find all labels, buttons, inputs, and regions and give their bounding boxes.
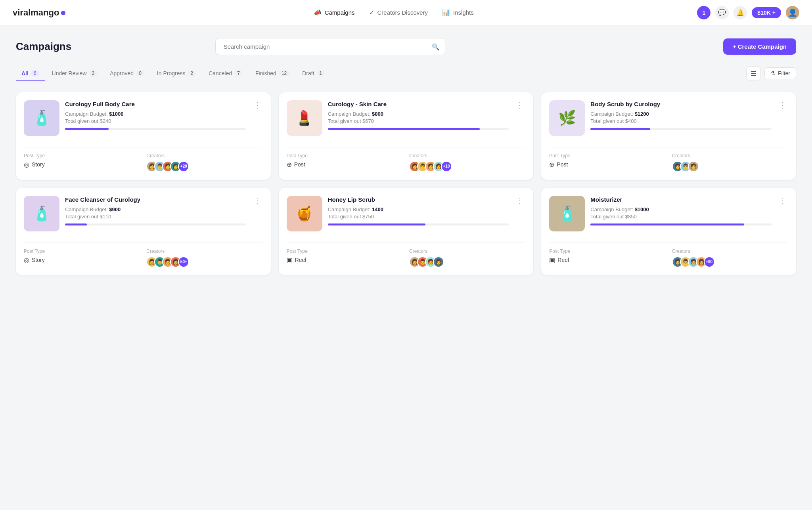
- creator-extra-count: +10: [441, 161, 452, 172]
- nav-insights-label: Insights: [453, 9, 474, 16]
- create-campaign-label: + Create Campaign: [733, 43, 787, 50]
- tab-finished[interactable]: Finished 12: [250, 66, 295, 81]
- card-more-button[interactable]: ⋮: [252, 196, 263, 205]
- card-divider: [24, 243, 263, 243]
- post-type-value: ⊕ Post: [287, 161, 403, 168]
- tab-canceled-label: Canceled: [209, 70, 232, 76]
- campaign-image: 🍯: [287, 196, 322, 231]
- creator-avatars: 👩👨🧑👩: [409, 256, 525, 267]
- nav-links: 📣 Campaigns ✓ Creators Discovery 📊 Insig…: [90, 7, 697, 18]
- megaphone-icon: 📣: [314, 9, 322, 16]
- notification-count-badge[interactable]: 1: [697, 6, 710, 19]
- search-bar: 🔍: [215, 38, 445, 55]
- creators-meta: Creators 👩👨🧑👩: [409, 248, 525, 267]
- creator-avatar: 👩: [433, 256, 444, 267]
- progress-fill: [65, 223, 87, 225]
- campaign-card[interactable]: 🌿 Body Scrub by Curology Campaign Budget…: [541, 92, 796, 180]
- creator-avatars: 👩👨🧑👩+10: [409, 161, 525, 172]
- post-type-icon: ⊕: [287, 161, 292, 168]
- campaign-budget: Campaign Budget: $800: [328, 111, 509, 117]
- campaign-card[interactable]: 🧴 Curology Full Body Care Campaign Budge…: [16, 92, 271, 180]
- tab-approved-count: 0: [136, 70, 144, 76]
- tab-actions: ☰ ⚗ Filter: [746, 66, 796, 80]
- creators-meta: Creators 👩👨🧑👩+90: [672, 248, 788, 267]
- list-view-button[interactable]: ☰: [746, 66, 760, 80]
- tab-canceled[interactable]: Canceled 7: [203, 66, 248, 81]
- post-type-value: ▣ Reel: [287, 256, 403, 264]
- tab-approved-label: Approved: [110, 70, 134, 76]
- list-icon: ☰: [751, 70, 756, 77]
- tab-under-review[interactable]: Under Review 2: [46, 66, 103, 81]
- card-divider: [549, 147, 788, 147]
- campaign-card[interactable]: 🍯 Honey Lip Scrub Campaign Budget: 1400 …: [279, 188, 534, 275]
- search-input[interactable]: [215, 38, 445, 55]
- tab-all[interactable]: All 6: [16, 66, 45, 81]
- logo-text: viralmango: [13, 8, 59, 18]
- campaign-image: 🌿: [549, 100, 585, 136]
- campaign-title: Moisturizer: [590, 196, 772, 204]
- progress-track: [328, 223, 509, 225]
- card-info: Moisturizer Campaign Budget: $1000 Total…: [590, 196, 772, 226]
- campaign-title: Honey Lip Scrub: [328, 196, 509, 204]
- user-avatar[interactable]: 👤: [786, 6, 799, 19]
- bell-icon-button[interactable]: 🔔: [733, 6, 747, 19]
- post-type-meta: Post Type ◎ Story: [24, 153, 140, 172]
- post-type-label: Post Type: [24, 153, 140, 159]
- progress-track: [65, 223, 246, 225]
- balance-amount: $10K: [757, 10, 770, 16]
- creators-meta: Creators 👩👨🧑: [672, 153, 788, 172]
- creators-label: Creators: [146, 153, 262, 159]
- nav-insights[interactable]: 📊 Insights: [442, 7, 474, 18]
- card-bottom: Post Type ◎ Story Creators 👩👨🧑👩+20: [24, 153, 263, 172]
- tabs-row: All 6 Under Review 2 Approved 0 In Progr…: [16, 66, 796, 81]
- chat-icon: 💬: [718, 9, 726, 16]
- tab-finished-count: 12: [279, 70, 289, 76]
- nav-creators-label: Creators Discovery: [377, 9, 428, 16]
- campaign-card[interactable]: 💄 Curology - Skin Care Campaign Budget: …: [279, 92, 534, 180]
- tab-draft[interactable]: Draft 1: [297, 66, 330, 81]
- card-more-button[interactable]: ⋮: [777, 100, 788, 110]
- card-bottom: Post Type ⊕ Post Creators 👩👨🧑👩+10: [287, 153, 526, 172]
- page-content: Campaigns 🔍 + Create Campaign All 6 Unde…: [0, 25, 812, 288]
- creator-avatars: 👩👨🧑: [672, 161, 788, 172]
- progress-fill: [65, 128, 109, 130]
- balance-plus-icon: +: [772, 10, 776, 16]
- search-icon: 🔍: [432, 43, 440, 50]
- campaign-image: 🧴: [24, 100, 59, 136]
- campaign-title: Curology - Skin Care: [328, 100, 509, 108]
- card-divider: [24, 147, 263, 147]
- post-type-meta: Post Type ▣ Reel: [287, 248, 403, 267]
- campaign-card[interactable]: 🧴 Moisturizer Campaign Budget: $1000 Tot…: [541, 188, 796, 275]
- creators-label: Creators: [672, 153, 788, 159]
- filter-button[interactable]: ⚗ Filter: [764, 67, 796, 79]
- campaign-card[interactable]: 🧴 Face Cleanser of Curology Campaign Bud…: [16, 188, 271, 275]
- creators-meta: Creators 👩👨🧑👩+10: [409, 153, 525, 172]
- filter-icon: ⚗: [770, 70, 776, 76]
- campaign-given: Total given out $850: [590, 214, 772, 220]
- filter-label: Filter: [778, 70, 790, 76]
- progress-track: [328, 128, 509, 130]
- bar-chart-icon: 📊: [442, 9, 450, 16]
- card-top: 🧴 Moisturizer Campaign Budget: $1000 Tot…: [549, 196, 788, 231]
- post-type-value: ⊕ Post: [549, 161, 665, 168]
- nav-creators-discovery[interactable]: ✓ Creators Discovery: [369, 7, 428, 18]
- creators-label: Creators: [672, 248, 788, 254]
- tab-in-progress[interactable]: In Progress 2: [151, 66, 201, 81]
- tab-finished-label: Finished: [255, 70, 276, 76]
- card-more-button[interactable]: ⋮: [514, 100, 525, 110]
- card-more-button[interactable]: ⋮: [777, 196, 788, 205]
- nav-campaigns[interactable]: 📣 Campaigns: [314, 7, 355, 18]
- card-more-button[interactable]: ⋮: [514, 196, 525, 205]
- brand-logo[interactable]: viralmango●: [13, 6, 66, 19]
- chat-icon-button[interactable]: 💬: [715, 6, 729, 19]
- balance-button[interactable]: $10K +: [752, 7, 781, 18]
- progress-track: [590, 128, 772, 130]
- creators-meta: Creators 👩👨🧑👩50+: [146, 248, 262, 267]
- create-campaign-button[interactable]: + Create Campaign: [723, 38, 796, 55]
- tab-canceled-count: 7: [234, 70, 243, 76]
- tab-approved[interactable]: Approved 0: [104, 66, 150, 81]
- nav-right: 1 💬 🔔 $10K + 👤: [697, 6, 799, 19]
- card-more-button[interactable]: ⋮: [252, 100, 263, 110]
- campaign-given: Total given out $750: [328, 214, 509, 220]
- campaign-budget: Campaign Budget: $1200: [590, 111, 772, 117]
